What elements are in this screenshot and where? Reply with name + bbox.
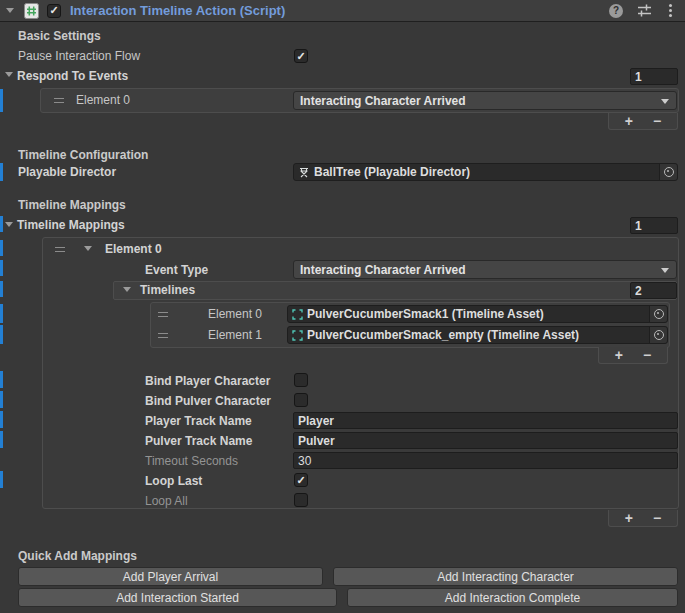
pulver-track-name-label: Pulver Track Name <box>145 433 252 449</box>
respond-size-field[interactable] <box>630 68 678 85</box>
remove-element-button[interactable]: − <box>653 114 661 128</box>
picker-ring <box>654 330 664 340</box>
override-bar <box>0 216 3 232</box>
object-value: PulverCucumberSmack_empty (Timeline Asse… <box>307 328 579 342</box>
timelines-title[interactable]: Timelines <box>140 282 195 298</box>
object-picker-icon[interactable] <box>649 327 667 343</box>
timelines-list-footer: + − <box>598 347 668 364</box>
timelines-list-header <box>113 281 677 300</box>
timeline-asset-field[interactable]: PulverCucumberSmack_empty (Timeline Asse… <box>287 326 668 344</box>
timelines-size-field[interactable] <box>630 282 677 299</box>
pause-interaction-flow-checkbox[interactable]: ✓ <box>294 49 308 63</box>
drag-handle[interactable] <box>158 333 168 338</box>
bind-pulver-character-checkbox[interactable] <box>294 393 308 407</box>
override-bar <box>0 391 3 408</box>
remove-element-button[interactable]: − <box>653 511 661 525</box>
pause-interaction-flow-label: Pause Interaction Flow <box>18 48 140 64</box>
drag-handle[interactable] <box>55 247 65 252</box>
mappings-list-footer: + − <box>608 510 678 527</box>
bind-pulver-character-label: Bind Pulver Character <box>145 393 271 409</box>
component-title[interactable]: Interaction Timeline Action (Script) <box>70 3 285 18</box>
presets-icon[interactable] <box>637 4 652 17</box>
mapping-element-foldout-icon[interactable] <box>84 246 92 251</box>
playable-director-field[interactable]: BallTree (Playable Director) <box>293 163 678 181</box>
add-element-button[interactable]: + <box>625 511 633 525</box>
basic-settings-title: Basic Settings <box>18 28 101 44</box>
component-header: ✓ Interaction Timeline Action (Script) ? <box>0 0 685 22</box>
override-bar <box>0 163 3 181</box>
unity-inspector-panel: ✓ Interaction Timeline Action (Script) ?… <box>0 0 685 613</box>
player-track-name-field[interactable] <box>293 412 678 429</box>
add-player-arrival-button[interactable]: Add Player Arrival <box>18 567 323 586</box>
bind-player-character-checkbox[interactable] <box>294 373 308 387</box>
add-interacting-character-button[interactable]: Add Interacting Character <box>333 567 678 586</box>
check-icon: ✓ <box>49 5 58 16</box>
override-bar <box>0 371 3 388</box>
add-interaction-started-button[interactable]: Add Interaction Started <box>18 588 337 607</box>
component-foldout-icon[interactable] <box>6 8 14 13</box>
override-bar <box>0 325 3 344</box>
override-bar <box>0 260 3 276</box>
add-element-button[interactable]: + <box>615 348 623 362</box>
timeout-seconds-field[interactable] <box>293 452 678 469</box>
playable-director-label: Playable Director <box>18 164 116 180</box>
chevron-down-icon <box>661 99 669 104</box>
timeout-seconds-label: Timeout Seconds <box>145 453 238 469</box>
override-bar <box>0 89 3 112</box>
timeline-asset-icon <box>292 309 303 320</box>
pulver-track-name-field[interactable] <box>293 432 678 449</box>
timeline-element-label: Element 1 <box>208 327 262 343</box>
override-bar <box>0 411 3 428</box>
respond-title[interactable]: Respond To Events <box>17 68 128 84</box>
timelines-foldout-icon[interactable] <box>123 287 131 292</box>
add-interaction-complete-button[interactable]: Add Interaction Complete <box>347 588 678 607</box>
respond-element-label: Element 0 <box>76 92 130 108</box>
respond-list-footer: + − <box>608 113 678 130</box>
override-bar <box>0 281 3 297</box>
object-picker-icon[interactable] <box>649 306 667 322</box>
mappings-size-field[interactable] <box>630 217 678 234</box>
override-bar <box>0 304 3 323</box>
timeline-mappings-section-title: Timeline Mappings <box>18 197 126 213</box>
loop-last-checkbox[interactable]: ✓ <box>294 473 308 487</box>
director-icon <box>298 166 310 178</box>
picker-ring <box>654 309 664 319</box>
timeline-element-label: Element 0 <box>208 306 262 322</box>
respond-foldout-icon[interactable] <box>5 72 13 77</box>
quick-add-mappings-title: Quick Add Mappings <box>18 548 137 564</box>
timeline-asset-field[interactable]: PulverCucumberSmack1 (Timeline Asset) <box>287 305 668 323</box>
bind-player-character-label: Bind Player Character <box>145 373 270 389</box>
dropdown-value: Interacting Character Arrived <box>300 263 466 277</box>
script-icon <box>24 3 39 19</box>
override-bar <box>0 431 3 448</box>
loop-last-label: Loop Last <box>145 473 202 489</box>
header-actions: ? <box>609 4 675 18</box>
object-value: PulverCucumberSmack1 (Timeline Asset) <box>307 307 544 321</box>
drag-handle[interactable] <box>158 312 168 317</box>
check-icon: ✓ <box>296 51 305 62</box>
mapping-element-label[interactable]: Element 0 <box>105 241 162 257</box>
component-enabled-checkbox[interactable]: ✓ <box>47 4 61 18</box>
loop-all-checkbox[interactable] <box>294 493 308 507</box>
add-element-button[interactable]: + <box>625 114 633 128</box>
help-icon[interactable]: ? <box>609 4 623 18</box>
picker-ring <box>664 167 674 177</box>
check-icon: ✓ <box>296 475 305 486</box>
loop-all-label: Loop All <box>145 493 188 509</box>
dropdown-value: Interacting Character Arrived <box>300 94 466 108</box>
override-bar <box>0 471 3 488</box>
mappings-foldout-icon[interactable] <box>5 222 13 227</box>
drag-handle[interactable] <box>54 98 64 103</box>
menu-icon[interactable] <box>669 9 672 12</box>
object-value: BallTree (Playable Director) <box>314 165 470 179</box>
respond-event-dropdown[interactable]: Interacting Character Arrived <box>293 91 677 110</box>
remove-element-button[interactable]: − <box>643 348 651 362</box>
help-glyph: ? <box>613 5 619 16</box>
override-bar <box>0 240 3 256</box>
player-track-name-label: Player Track Name <box>145 413 252 429</box>
timeline-configuration-title: Timeline Configuration <box>18 147 148 163</box>
timeline-asset-icon <box>292 330 303 341</box>
event-type-dropdown[interactable]: Interacting Character Arrived <box>293 260 677 279</box>
object-picker-icon[interactable] <box>659 164 677 180</box>
mappings-title[interactable]: Timeline Mappings <box>17 217 125 233</box>
